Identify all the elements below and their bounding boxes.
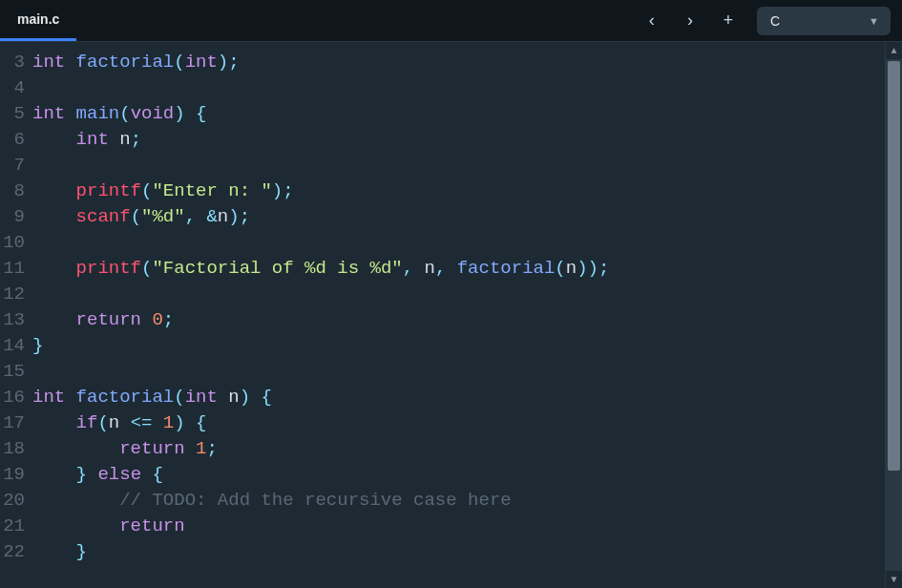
line-number: 21 — [0, 514, 32, 539]
code-content: scanf("%d", &n); — [32, 204, 885, 230]
code-content: return 1; — [32, 436, 885, 462]
code-line: 16int factorial(int n) { — [0, 385, 885, 410]
add-button[interactable]: + — [711, 4, 745, 38]
code-line: 4 — [0, 75, 885, 101]
code-line: 22 } — [0, 539, 885, 565]
code-content: // TODO: Add the recursive case here — [32, 488, 885, 514]
code-content: int n; — [32, 127, 885, 153]
code-line: 12 — [0, 282, 885, 307]
vertical-scrollbar[interactable]: ▲ ▼ — [885, 42, 902, 588]
code-line: 18 return 1; — [0, 436, 885, 462]
scroll-up-button[interactable]: ▲ — [886, 42, 902, 59]
code-line: 8 printf("Enter n: "); — [0, 178, 885, 204]
line-number: 7 — [0, 153, 32, 178]
code-content: int main(void) { — [32, 101, 885, 127]
code-line: 21 return — [0, 514, 885, 539]
code-line: 11 printf("Factorial of %d is %d", n, fa… — [0, 256, 885, 282]
code-content: printf("Factorial of %d is %d", n, facto… — [32, 256, 885, 282]
line-number: 12 — [0, 282, 32, 307]
language-select[interactable]: C ▼ — [757, 7, 891, 35]
code-line: 3int factorial(int); — [0, 50, 885, 75]
line-number: 13 — [0, 307, 32, 333]
header-actions: ‹ › + C ▼ — [635, 0, 902, 41]
line-number: 17 — [0, 410, 32, 436]
editor-body: 3int factorial(int);45int main(void) {6 … — [0, 42, 902, 588]
line-number: 4 — [0, 75, 32, 101]
line-number: 5 — [0, 101, 32, 127]
scrollbar-thumb[interactable] — [888, 61, 900, 471]
code-line: 9 scanf("%d", &n); — [0, 204, 885, 230]
tab-main-c[interactable]: main.c — [0, 0, 76, 41]
line-number: 14 — [0, 333, 32, 359]
chevron-right-icon: › — [685, 11, 696, 31]
code-content: } — [32, 333, 885, 359]
code-content — [32, 230, 885, 256]
line-number: 3 — [0, 50, 32, 75]
code-content — [32, 75, 885, 101]
chevron-down-icon: ▼ — [869, 15, 879, 27]
prev-button[interactable]: ‹ — [635, 4, 669, 38]
code-line: 15 — [0, 359, 885, 385]
code-line: 6 int n; — [0, 127, 885, 153]
code-line: 19 } else { — [0, 462, 885, 488]
code-content: printf("Enter n: "); — [32, 178, 885, 204]
tab-bar: main.c — [0, 0, 76, 41]
code-line: 20 // TODO: Add the recursive case here — [0, 488, 885, 514]
code-content: int factorial(int); — [32, 50, 885, 75]
line-number: 11 — [0, 256, 32, 282]
code-content: } else { — [32, 462, 885, 488]
code-content: if(n <= 1) { — [32, 410, 885, 436]
line-number: 8 — [0, 178, 32, 204]
code-content: int factorial(int n) { — [32, 385, 885, 410]
line-number: 9 — [0, 204, 32, 230]
line-number: 20 — [0, 488, 32, 514]
line-number: 18 — [0, 436, 32, 462]
code-line: 13 return 0; — [0, 307, 885, 333]
code-line: 10 — [0, 230, 885, 256]
line-number: 16 — [0, 385, 32, 410]
triangle-down-icon: ▼ — [891, 575, 896, 585]
line-number: 19 — [0, 462, 32, 488]
tab-label: main.c — [17, 11, 59, 27]
code-content — [32, 153, 885, 178]
code-line: 17 if(n <= 1) { — [0, 410, 885, 436]
line-number: 22 — [0, 539, 32, 565]
plus-icon: + — [724, 11, 734, 31]
editor-header: main.c ‹ › + C ▼ — [0, 0, 902, 42]
code-content: return — [32, 514, 885, 539]
line-number: 15 — [0, 359, 32, 385]
next-button[interactable]: › — [673, 4, 707, 38]
code-content: } — [32, 539, 885, 565]
line-number: 10 — [0, 230, 32, 256]
code-content — [32, 359, 885, 385]
line-number: 6 — [0, 127, 32, 153]
code-line: 7 — [0, 153, 885, 178]
triangle-up-icon: ▲ — [891, 46, 896, 56]
code-content: return 0; — [32, 307, 885, 333]
scroll-down-button[interactable]: ▼ — [886, 571, 902, 588]
code-line: 5int main(void) { — [0, 101, 885, 127]
scrollbar-track[interactable] — [886, 59, 902, 571]
code-content — [32, 282, 885, 307]
chevron-left-icon: ‹ — [647, 11, 658, 31]
code-line: 14} — [0, 333, 885, 359]
language-label: C — [770, 13, 780, 29]
code-editor[interactable]: 3int factorial(int);45int main(void) {6 … — [0, 42, 885, 588]
